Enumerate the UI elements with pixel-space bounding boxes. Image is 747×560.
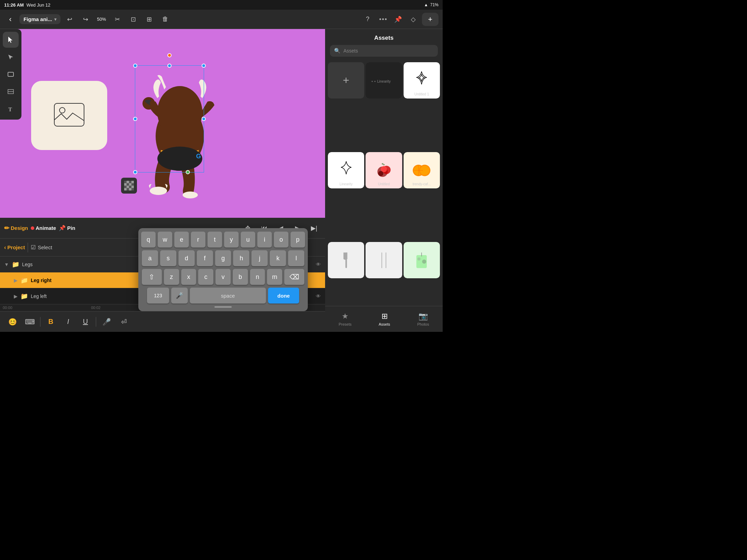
svg-point-17 (378, 171, 383, 176)
redo-button[interactable]: ↪ (79, 13, 92, 26)
key-d[interactable]: d (178, 250, 195, 266)
arrow-tool[interactable] (3, 49, 19, 65)
tab-assets[interactable]: ⊞ Assets (373, 309, 396, 329)
key-a[interactable]: a (142, 250, 158, 266)
legs-name: Legs (22, 262, 33, 267)
done-key[interactable]: done (268, 288, 299, 304)
pin-mode-button[interactable]: 📌 Pin (59, 225, 75, 231)
key-u[interactable]: u (241, 232, 255, 248)
space-key[interactable]: space (190, 288, 266, 304)
asset-linearity[interactable]: ⚬⚬ Linearity (366, 62, 402, 99)
zoom-button[interactable]: 50% (95, 15, 108, 23)
animate-button[interactable]: Animate (31, 225, 56, 231)
emoji-button[interactable]: 😊 (6, 315, 19, 329)
keyboard-button[interactable]: ⌨ (23, 315, 37, 329)
key-l[interactable]: l (288, 250, 304, 266)
italic-button[interactable]: I (61, 315, 75, 329)
legs-chevron-icon: ▼ (4, 262, 9, 267)
expand-tool[interactable] (3, 84, 19, 100)
legleft-eye-icon[interactable]: 👁 (316, 293, 321, 299)
key-x[interactable]: x (181, 269, 196, 285)
key-i[interactable]: i (257, 232, 272, 248)
asset-add-button[interactable]: + (328, 62, 364, 99)
search-input[interactable] (343, 48, 434, 54)
pin-button[interactable]: 📌 (391, 13, 405, 26)
time-mark-1: 00:02 (91, 306, 101, 310)
svg-rect-4 (54, 103, 84, 126)
bold-button[interactable]: B (44, 315, 58, 329)
asset-label-untitled2: Linearity (328, 181, 364, 187)
key-y[interactable]: y (224, 232, 239, 248)
project-button[interactable]: ‹ Project (4, 244, 25, 251)
format-bar: 😊 ⌨ B I U 🎤 ⏎ (0, 311, 325, 332)
more-button[interactable] (376, 13, 389, 26)
tab-presets[interactable]: ★ Presets (333, 309, 357, 329)
text-tool[interactable]: T (3, 101, 19, 117)
canvas-area[interactable]: G (0, 29, 325, 218)
key-s[interactable]: s (160, 250, 176, 266)
design-icon: ✏ (4, 224, 9, 232)
key-h[interactable]: h (233, 250, 249, 266)
return-button[interactable]: ⏎ (117, 315, 131, 329)
undo-button[interactable]: ↩ (63, 13, 76, 26)
key-o[interactable]: o (274, 232, 288, 248)
divider (28, 243, 28, 252)
legs-eye-icon[interactable]: 👁 (316, 261, 321, 267)
back-button[interactable]: ‹ (4, 13, 17, 26)
project-chevron-icon: ‹ (4, 244, 6, 251)
key-t[interactable]: t (208, 232, 222, 248)
key-n[interactable]: n (250, 269, 265, 285)
underline-button[interactable]: U (79, 315, 92, 329)
status-date: Wed Jun 12 (27, 2, 50, 8)
mic-format-button[interactable]: 🎤 (100, 315, 113, 329)
add-button[interactable]: + (422, 13, 439, 26)
legright-name: Leg right (31, 278, 52, 283)
key-f[interactable]: f (197, 250, 213, 266)
assets-grid: + ⚬⚬ Linearity Untitled 1 (325, 61, 443, 332)
cut-button[interactable]: ✂ (111, 13, 124, 26)
legright-chevron-icon: ▶ (14, 278, 18, 283)
asset-drink[interactable] (404, 242, 440, 278)
design-button[interactable]: ✏ Design (4, 224, 28, 232)
rectangle-tool[interactable] (3, 66, 19, 82)
select-button[interactable]: ☑ Select (31, 244, 52, 251)
key-j[interactable]: j (251, 250, 268, 266)
paste-button[interactable]: ⊞ (143, 13, 156, 26)
asset-fork1[interactable] (328, 242, 364, 278)
delete-button[interactable]: 🗑 (159, 13, 172, 26)
key-c[interactable]: c (198, 269, 213, 285)
keyboard: q w e r t y u i o p a s d f g h j k l ⇧ … (138, 228, 308, 311)
key-m[interactable]: m (267, 269, 282, 285)
key-r[interactable]: r (191, 232, 205, 248)
key-b[interactable]: b (233, 269, 248, 285)
kb-row-3: ⇧ z x c v b n m ⌫ (142, 269, 304, 285)
backspace-key[interactable]: ⌫ (284, 269, 304, 285)
play-forward-button[interactable]: ▶| (307, 221, 321, 235)
project-title[interactable]: Figma ani... ▾ (19, 14, 61, 24)
key-z[interactable]: z (164, 269, 179, 285)
shift-key[interactable]: ⇧ (142, 269, 162, 285)
key-g[interactable]: g (215, 250, 231, 266)
pin-mode-icon: 📌 (59, 225, 66, 231)
help-button[interactable]: ? (361, 13, 374, 26)
asset-untitled2[interactable]: Linearity (328, 152, 364, 188)
checker-icon[interactable] (121, 178, 137, 194)
key-k[interactable]: k (270, 250, 286, 266)
key-e[interactable]: e (174, 232, 189, 248)
key-w[interactable]: w (158, 232, 172, 248)
asset-fork2[interactable] (366, 242, 402, 278)
search-bar[interactable]: 🔍 (330, 45, 438, 57)
mic-key[interactable]: 🎤 (171, 288, 188, 304)
copy-button[interactable]: ⊡ (127, 13, 140, 26)
asset-orange[interactable]: trendy-caf... (404, 152, 440, 188)
tab-assets-label: Assets (379, 322, 390, 326)
asset-untitled1[interactable]: Untitled 1 (404, 62, 440, 99)
tab-photos[interactable]: 📷 Photos (412, 309, 434, 329)
select-tool[interactable] (3, 32, 19, 48)
asset-berries[interactable]: Untitled (366, 152, 402, 188)
key-p[interactable]: p (290, 232, 305, 248)
key-v[interactable]: v (215, 269, 231, 285)
key-q[interactable]: q (141, 232, 156, 248)
num-key[interactable]: 123 (147, 288, 169, 304)
diamond-button[interactable]: ◇ (407, 13, 420, 26)
